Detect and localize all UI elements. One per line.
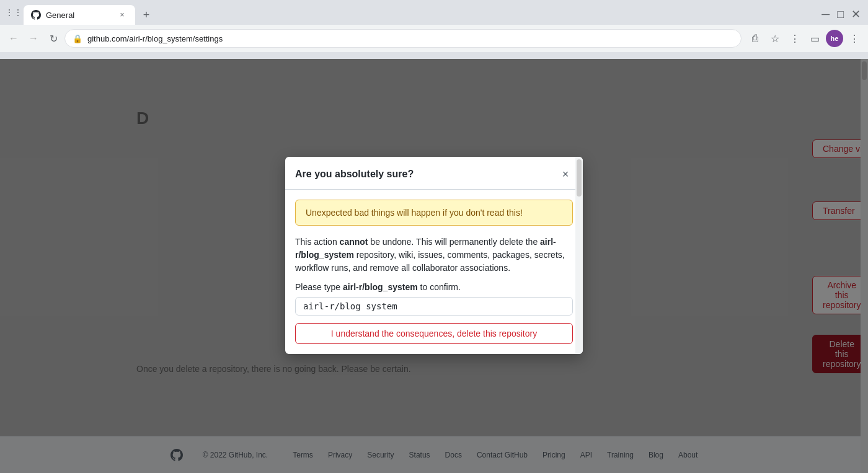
address-bar[interactable]: 🔒 github.com/airl-r/blog_system/settings <box>64 29 742 48</box>
modal-body: Unexpected bad things will happen if you… <box>285 190 583 354</box>
tab-close-button[interactable]: × <box>117 9 128 20</box>
forward-button[interactable]: → <box>25 30 42 47</box>
url-text: github.com/airl-r/blog_system/settings <box>87 34 733 43</box>
new-tab-button[interactable]: + <box>138 6 155 24</box>
confirm-input[interactable] <box>295 297 573 316</box>
navigation-bar: ← → ↻ 🔒 github.com/airl-r/blog_system/se… <box>0 25 868 52</box>
modal-header: Are you absolutely sure? × <box>285 157 583 190</box>
profile-button[interactable]: he <box>826 30 843 47</box>
chrome-menu-button[interactable]: ⋮ <box>846 30 863 47</box>
share-button[interactable]: ⎙ <box>746 30 764 47</box>
description-part1: This action <box>295 237 340 247</box>
github-favicon <box>31 10 41 20</box>
confirm-label-part2: to confirm. <box>418 282 461 292</box>
modal-scrollbar[interactable] <box>575 157 583 354</box>
window-minimize[interactable]: ─ <box>819 6 832 24</box>
tab-dropdown-icon: ⋮⋮ <box>5 7 22 17</box>
description-cannot: cannot <box>340 237 368 247</box>
browser-actions: ⎙ ☆ ⋮ ▭ he ⋮ <box>746 30 863 47</box>
confirm-repo-name: airl-r/blog_system <box>343 282 418 292</box>
warning-box: Unexpected bad things will happen if you… <box>295 200 573 226</box>
refresh-button[interactable]: ↻ <box>45 30 62 47</box>
lock-icon: 🔒 <box>73 34 82 43</box>
modal-overlay: Are you absolutely sure? × Unexpected ba… <box>0 59 868 473</box>
modal-scrollbar-thumb[interactable] <box>577 159 582 197</box>
browser-chrome: ─ □ ✕ ⋮⋮ General × + ← → ↻ 🔒 github.com/… <box>0 0 868 59</box>
modal-title: Are you absolutely sure? <box>295 169 414 180</box>
page-content: D Change visibility Transfer Archive thi… <box>0 59 868 473</box>
confirmation-modal: Are you absolutely sure? × Unexpected ba… <box>285 157 583 354</box>
description-part2: be undone. This will permanently delete … <box>368 237 540 247</box>
sidebar-toggle-button[interactable]: ▭ <box>806 30 823 47</box>
warning-text: Unexpected bad things will happen if you… <box>306 208 523 218</box>
active-tab[interactable]: General × <box>24 5 135 25</box>
window-maximize[interactable]: □ <box>835 6 846 24</box>
modal-close-button[interactable]: × <box>558 167 573 182</box>
browser-menu-button[interactable]: ⋮ <box>786 30 804 47</box>
bookmark-button[interactable]: ☆ <box>766 30 784 47</box>
confirm-label-part1: Please type <box>295 282 343 292</box>
confirm-label: Please type airl-r/blog_system to confir… <box>295 282 573 292</box>
back-button[interactable]: ← <box>5 30 22 47</box>
tab-bar: ─ □ ✕ ⋮⋮ General × + <box>0 0 868 25</box>
tab-title: General <box>46 11 112 20</box>
window-close[interactable]: ✕ <box>849 5 863 24</box>
confirm-delete-button[interactable]: I understand the consequences, delete th… <box>295 323 573 344</box>
modal-description: This action cannot be undone. This will … <box>295 236 573 275</box>
